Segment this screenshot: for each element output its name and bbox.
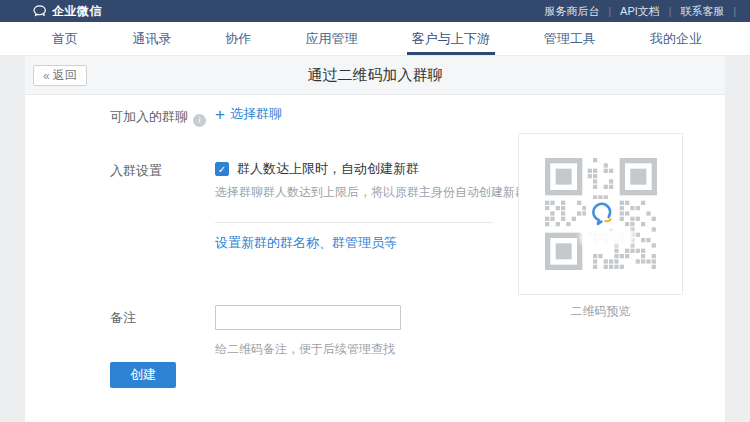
select-group-link-label: 选择群聊 (230, 106, 282, 121)
app-logo-text: 企业微信 (52, 3, 102, 20)
select-group-link[interactable]: +选择群聊 (215, 105, 282, 125)
info-icon[interactable]: i (193, 114, 206, 127)
qr-preview-box (518, 133, 683, 295)
app-logo[interactable]: 企业微信 (33, 3, 102, 20)
remark-input[interactable] (215, 305, 401, 330)
nav-item-management-tools[interactable]: 管理工具 (544, 22, 596, 55)
separator: | (733, 6, 736, 17)
content-card: « 返回 通过二维码加入群聊 可加入的群聊i +选择群聊 入群设置 ✓ 群人数达… (25, 56, 725, 422)
divider (215, 222, 493, 223)
nav-item-home[interactable]: 首页 (52, 22, 78, 55)
checkbox-checked-icon[interactable]: ✓ (215, 162, 229, 176)
auto-create-group-checkbox-label: 群人数达上限时，自动创建新群 (237, 160, 419, 178)
wechat-work-qr-logo-icon (586, 199, 616, 229)
joinable-group-label-text: 可加入的群聊 (110, 109, 188, 124)
back-button[interactable]: « 返回 (33, 65, 87, 86)
auto-create-group-checkbox-row[interactable]: ✓ 群人数达上限时，自动创建新群 (215, 160, 419, 178)
joinable-group-label: 可加入的群聊i (110, 108, 206, 127)
nav-item-app-management[interactable]: 应用管理 (305, 22, 357, 55)
qr-code-wrap (545, 158, 657, 270)
auto-create-group-hint: 选择群聊群人数达到上限后，将以原群主身份自动创建新群 (215, 184, 527, 201)
nav-item-contacts[interactable]: 通讯录 (132, 22, 171, 55)
topbar-link-provider[interactable]: 服务商后台 (535, 4, 608, 19)
plus-icon: + (215, 105, 225, 124)
create-button[interactable]: 创建 (110, 362, 176, 388)
card-header: « 返回 通过二维码加入群聊 (25, 56, 725, 95)
topbar-link-contact-support[interactable]: 联系客服 (671, 4, 733, 19)
back-button-label: 返回 (53, 67, 77, 84)
back-chevrons-icon: « (43, 69, 50, 83)
join-settings-label: 入群设置 (110, 162, 162, 180)
topbar-link-api-docs[interactable]: API文档 (611, 4, 669, 19)
topbar-links: 服务商后台 | API文档 | 联系客服 | (535, 4, 736, 19)
page-title: 通过二维码加入群聊 (25, 56, 725, 95)
nav-item-customers-upstream-downstream[interactable]: 客户与上下游 (412, 22, 490, 55)
remark-label: 备注 (110, 309, 136, 327)
wechat-work-bubble-icon (33, 5, 47, 17)
nav-item-my-company[interactable]: 我的企业 (650, 22, 702, 55)
new-group-settings-link[interactable]: 设置新群的群名称、群管理员等 (215, 234, 397, 252)
topbar: 企业微信 服务商后台 | API文档 | 联系客服 | (0, 0, 750, 22)
main-nav: 首页 通讯录 协作 应用管理 客户与上下游 管理工具 我的企业 (0, 22, 750, 56)
page: 企业微信 服务商后台 | API文档 | 联系客服 | 首页 通讯录 协作 应用… (0, 0, 750, 422)
remark-hint: 给二维码备注，便于后续管理查找 (215, 341, 395, 358)
nav-item-collaboration[interactable]: 协作 (225, 22, 251, 55)
qr-preview-caption: 二维码预览 (518, 303, 683, 320)
